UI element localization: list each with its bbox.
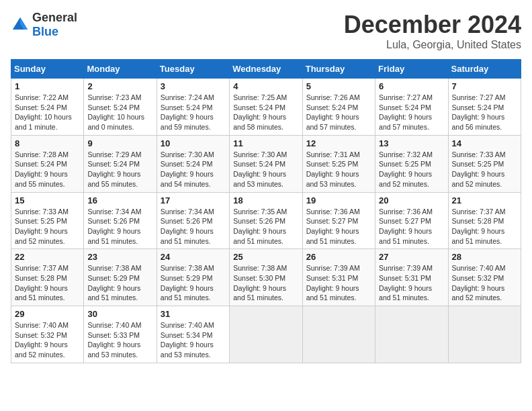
day-info: Sunrise: 7:31 AMSunset: 5:25 PMDaylight:…	[306, 150, 360, 188]
day-number: 31	[161, 309, 226, 319]
day-number: 19	[306, 195, 371, 205]
day-info: Sunrise: 7:37 AMSunset: 5:28 PMDaylight:…	[452, 208, 506, 245]
day-info: Sunrise: 7:29 AMSunset: 5:24 PMDaylight:…	[87, 150, 141, 188]
day-info: Sunrise: 7:40 AMSunset: 5:34 PMDaylight:…	[161, 321, 214, 359]
calendar-cell: 16 Sunrise: 7:34 AMSunset: 5:26 PMDaylig…	[84, 192, 157, 249]
day-info: Sunrise: 7:23 AMSunset: 5:24 PMDaylight:…	[87, 93, 144, 131]
calendar-cell: 11 Sunrise: 7:30 AMSunset: 5:24 PMDaylig…	[230, 135, 302, 192]
calendar-cell: 31 Sunrise: 7:40 AMSunset: 5:34 PMDaylig…	[157, 306, 229, 363]
logo: General Blue	[11, 11, 77, 39]
calendar-cell: 17 Sunrise: 7:34 AMSunset: 5:26 PMDaylig…	[157, 192, 229, 249]
day-number: 18	[233, 195, 298, 205]
calendar-cell: 6 Sunrise: 7:27 AMSunset: 5:24 PMDayligh…	[375, 79, 448, 136]
calendar-cell: 25 Sunrise: 7:38 AMSunset: 5:30 PMDaylig…	[230, 249, 302, 306]
day-number: 3	[161, 81, 226, 91]
logo-text-blue: Blue	[32, 25, 58, 38]
calendar-cell: 24 Sunrise: 7:38 AMSunset: 5:29 PMDaylig…	[157, 249, 229, 306]
day-number: 8	[15, 138, 80, 148]
day-info: Sunrise: 7:38 AMSunset: 5:29 PMDaylight:…	[87, 264, 141, 302]
day-number: 23	[87, 252, 152, 262]
day-info: Sunrise: 7:30 AMSunset: 5:24 PMDaylight:…	[161, 150, 214, 188]
calendar-cell: 13 Sunrise: 7:32 AMSunset: 5:25 PMDaylig…	[375, 135, 448, 192]
day-number: 10	[161, 138, 226, 148]
calendar-table: Sunday Monday Tuesday Wednesday Thursday…	[11, 59, 521, 363]
day-info: Sunrise: 7:25 AMSunset: 5:24 PMDaylight:…	[233, 93, 287, 131]
calendar-cell: 15 Sunrise: 7:33 AMSunset: 5:25 PMDaylig…	[11, 192, 84, 249]
calendar-cell: 23 Sunrise: 7:38 AMSunset: 5:29 PMDaylig…	[84, 249, 157, 306]
day-number: 5	[306, 81, 371, 91]
calendar-cell: 29 Sunrise: 7:40 AMSunset: 5:32 PMDaylig…	[11, 306, 84, 363]
col-tuesday: Tuesday	[157, 60, 229, 79]
calendar-cell: 1 Sunrise: 7:22 AMSunset: 5:24 PMDayligh…	[11, 79, 84, 136]
calendar-cell: 5 Sunrise: 7:26 AMSunset: 5:24 PMDayligh…	[302, 79, 375, 136]
day-number: 12	[306, 138, 371, 148]
calendar-cell: 19 Sunrise: 7:36 AMSunset: 5:27 PMDaylig…	[302, 192, 375, 249]
day-number: 22	[15, 252, 80, 262]
calendar-cell: 27 Sunrise: 7:39 AMSunset: 5:31 PMDaylig…	[375, 249, 448, 306]
day-number: 26	[306, 252, 371, 262]
calendar-cell	[448, 306, 521, 363]
day-number: 25	[233, 252, 298, 262]
day-number: 1	[15, 81, 80, 91]
day-number: 27	[379, 252, 444, 262]
location-title: Lula, Georgia, United States	[344, 39, 521, 51]
day-number: 28	[452, 252, 517, 262]
calendar-cell	[302, 306, 375, 363]
day-number: 11	[233, 138, 298, 148]
day-info: Sunrise: 7:22 AMSunset: 5:24 PMDaylight:…	[15, 93, 72, 131]
calendar-cell: 12 Sunrise: 7:31 AMSunset: 5:25 PMDaylig…	[302, 135, 375, 192]
page-header: General Blue December 2024 Lula, Georgia…	[11, 11, 521, 51]
calendar-week-5: 29 Sunrise: 7:40 AMSunset: 5:32 PMDaylig…	[11, 306, 521, 363]
day-info: Sunrise: 7:36 AMSunset: 5:27 PMDaylight:…	[379, 208, 433, 245]
day-number: 14	[452, 138, 517, 148]
calendar-cell	[375, 306, 448, 363]
calendar-week-2: 8 Sunrise: 7:28 AMSunset: 5:24 PMDayligh…	[11, 135, 521, 192]
calendar-cell: 28 Sunrise: 7:40 AMSunset: 5:32 PMDaylig…	[448, 249, 521, 306]
calendar-cell: 7 Sunrise: 7:27 AMSunset: 5:24 PMDayligh…	[448, 79, 521, 136]
calendar-cell: 30 Sunrise: 7:40 AMSunset: 5:33 PMDaylig…	[84, 306, 157, 363]
day-number: 7	[452, 81, 517, 91]
logo-icon	[11, 15, 30, 34]
col-thursday: Thursday	[302, 60, 375, 79]
header-row: Sunday Monday Tuesday Wednesday Thursday…	[11, 60, 521, 79]
calendar-cell: 4 Sunrise: 7:25 AMSunset: 5:24 PMDayligh…	[230, 79, 302, 136]
calendar-cell: 20 Sunrise: 7:36 AMSunset: 5:27 PMDaylig…	[375, 192, 448, 249]
day-info: Sunrise: 7:27 AMSunset: 5:24 PMDaylight:…	[452, 93, 506, 131]
calendar-cell: 9 Sunrise: 7:29 AMSunset: 5:24 PMDayligh…	[84, 135, 157, 192]
day-info: Sunrise: 7:40 AMSunset: 5:32 PMDaylight:…	[15, 321, 69, 359]
calendar-cell: 22 Sunrise: 7:37 AMSunset: 5:28 PMDaylig…	[11, 249, 84, 306]
day-info: Sunrise: 7:33 AMSunset: 5:25 PMDaylight:…	[452, 150, 506, 188]
day-info: Sunrise: 7:38 AMSunset: 5:30 PMDaylight:…	[233, 264, 287, 302]
col-wednesday: Wednesday	[230, 60, 302, 79]
col-saturday: Saturday	[448, 60, 521, 79]
day-number: 15	[15, 195, 80, 205]
day-info: Sunrise: 7:39 AMSunset: 5:31 PMDaylight:…	[306, 264, 360, 302]
col-monday: Monday	[84, 60, 157, 79]
calendar-cell: 10 Sunrise: 7:30 AMSunset: 5:24 PMDaylig…	[157, 135, 229, 192]
calendar-cell: 2 Sunrise: 7:23 AMSunset: 5:24 PMDayligh…	[84, 79, 157, 136]
calendar-week-3: 15 Sunrise: 7:33 AMSunset: 5:25 PMDaylig…	[11, 192, 521, 249]
calendar-cell: 14 Sunrise: 7:33 AMSunset: 5:25 PMDaylig…	[448, 135, 521, 192]
calendar-cell: 18 Sunrise: 7:35 AMSunset: 5:26 PMDaylig…	[230, 192, 302, 249]
logo-text-general: General	[32, 11, 77, 24]
calendar-cell: 21 Sunrise: 7:37 AMSunset: 5:28 PMDaylig…	[448, 192, 521, 249]
day-info: Sunrise: 7:24 AMSunset: 5:24 PMDaylight:…	[161, 93, 214, 131]
month-title: December 2024	[344, 11, 521, 39]
calendar-cell: 8 Sunrise: 7:28 AMSunset: 5:24 PMDayligh…	[11, 135, 84, 192]
day-info: Sunrise: 7:34 AMSunset: 5:26 PMDaylight:…	[87, 208, 141, 245]
calendar-week-4: 22 Sunrise: 7:37 AMSunset: 5:28 PMDaylig…	[11, 249, 521, 306]
day-number: 4	[233, 81, 298, 91]
day-number: 6	[379, 81, 444, 91]
day-info: Sunrise: 7:40 AMSunset: 5:32 PMDaylight:…	[452, 264, 506, 302]
calendar-cell: 3 Sunrise: 7:24 AMSunset: 5:24 PMDayligh…	[157, 79, 229, 136]
day-info: Sunrise: 7:33 AMSunset: 5:25 PMDaylight:…	[15, 208, 69, 245]
day-info: Sunrise: 7:32 AMSunset: 5:25 PMDaylight:…	[379, 150, 433, 188]
calendar-week-1: 1 Sunrise: 7:22 AMSunset: 5:24 PMDayligh…	[11, 79, 521, 136]
col-sunday: Sunday	[11, 60, 84, 79]
day-number: 2	[87, 81, 152, 91]
day-number: 17	[161, 195, 226, 205]
col-friday: Friday	[375, 60, 448, 79]
day-number: 20	[379, 195, 444, 205]
day-number: 9	[87, 138, 152, 148]
day-number: 13	[379, 138, 444, 148]
